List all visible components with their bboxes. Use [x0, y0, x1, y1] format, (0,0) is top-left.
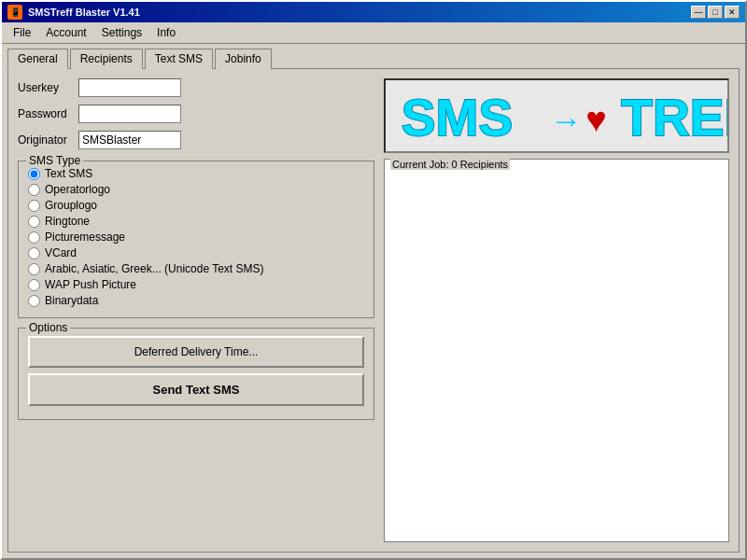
- tab-jobinfo[interactable]: Jobinfo: [215, 49, 272, 69]
- password-input[interactable]: [78, 105, 181, 123]
- radio-picturemessage-label: Picturemessage: [45, 231, 125, 244]
- window-title: SMSTreff Blaster V1.41: [28, 7, 140, 18]
- radio-wap: WAP Push Picture: [28, 278, 364, 291]
- radio-ringtone-input[interactable]: [28, 216, 40, 228]
- svg-text:♥: ♥: [585, 100, 607, 139]
- radio-picturemessage: Picturemessage: [28, 231, 364, 244]
- svg-text:TREFF: TREFF: [621, 89, 727, 147]
- current-job-label: Current Job: 0 Recipients: [390, 159, 510, 170]
- userkey-row: Userkey: [18, 78, 374, 97]
- title-bar-left: 📱 SMSTreff Blaster V1.41: [7, 5, 140, 20]
- deferred-delivery-button[interactable]: Deferred Delivery Time...: [28, 336, 364, 368]
- sms-type-legend: SMS Type: [26, 154, 83, 167]
- radio-ringtone-label: Ringtone: [45, 215, 90, 228]
- svg-text:SMS: SMS: [402, 89, 513, 147]
- menu-bar: File Account Settings Info: [2, 22, 745, 44]
- title-buttons: — □ ✕: [691, 6, 740, 19]
- sms-type-group: SMS Type Text SMS Operatorlogo Grouplogo: [18, 161, 374, 318]
- right-panel: SMS → ♥ TREFF Current Job: 0 Recipients: [384, 78, 729, 542]
- radio-vcard: VCard: [28, 246, 364, 259]
- originator-label: Originator: [18, 133, 78, 147]
- tabs-row: General Recipients Text SMS Jobinfo: [2, 44, 745, 68]
- options-legend: Options: [26, 321, 70, 334]
- close-button[interactable]: ✕: [725, 6, 740, 19]
- originator-input[interactable]: [78, 131, 181, 149]
- send-sms-button[interactable]: Send Text SMS: [28, 373, 364, 406]
- radio-wap-input[interactable]: [28, 279, 40, 291]
- maximize-button[interactable]: □: [708, 6, 723, 19]
- radio-grouplogo: Grouplogo: [28, 199, 364, 212]
- radio-unicode-input[interactable]: [28, 263, 40, 275]
- radio-binarydata-input[interactable]: [28, 295, 40, 307]
- password-row: Password: [18, 105, 374, 123]
- radio-picturemessage-input[interactable]: [28, 231, 40, 244]
- menu-file[interactable]: File: [6, 24, 38, 41]
- content-row: Userkey Password Originator SMS Type: [18, 78, 729, 542]
- logo-area: SMS → ♥ TREFF: [384, 78, 729, 153]
- menu-settings[interactable]: Settings: [94, 24, 149, 41]
- radio-operatorlogo-label: Operatorlogo: [45, 183, 110, 196]
- radio-grouplogo-label: Grouplogo: [45, 199, 97, 212]
- radio-unicode-label: Arabic, Asiatic, Greek... (Unicode Text …: [45, 262, 264, 275]
- tab-text-sms[interactable]: Text SMS: [145, 49, 213, 69]
- tab-general[interactable]: General: [7, 49, 68, 69]
- password-label: Password: [18, 107, 78, 120]
- userkey-label: Userkey: [18, 81, 78, 94]
- main-window: 📱 SMSTreff Blaster V1.41 — □ ✕ File Acco…: [0, 0, 747, 560]
- menu-account[interactable]: Account: [38, 24, 93, 41]
- title-bar: 📱 SMSTreff Blaster V1.41 — □ ✕: [2, 2, 745, 22]
- radio-unicode: Arabic, Asiatic, Greek... (Unicode Text …: [28, 262, 364, 275]
- radio-wap-label: WAP Push Picture: [45, 278, 136, 291]
- radio-binarydata: Binarydata: [28, 294, 364, 307]
- radio-vcard-label: VCard: [45, 246, 77, 259]
- radio-text-sms: Text SMS: [28, 167, 364, 180]
- radio-vcard-input[interactable]: [28, 247, 40, 259]
- radio-text-sms-input[interactable]: [28, 168, 40, 180]
- main-content: Userkey Password Originator SMS Type: [7, 68, 740, 553]
- menu-info[interactable]: Info: [149, 24, 183, 41]
- radio-grouplogo-input[interactable]: [28, 200, 40, 212]
- radio-ringtone: Ringtone: [28, 215, 364, 228]
- radio-operatorlogo: Operatorlogo: [28, 183, 364, 196]
- originator-row: Originator: [18, 131, 374, 149]
- svg-text:→: →: [550, 103, 582, 138]
- userkey-input[interactable]: [78, 78, 181, 97]
- minimize-button[interactable]: —: [691, 6, 706, 19]
- options-group: Options Deferred Delivery Time... Send T…: [18, 328, 374, 420]
- radio-binarydata-label: Binarydata: [45, 294, 98, 307]
- left-panel: Userkey Password Originator SMS Type: [18, 78, 374, 542]
- app-icon: 📱: [7, 5, 22, 20]
- current-job-box: Current Job: 0 Recipients: [384, 159, 729, 542]
- radio-operatorlogo-input[interactable]: [28, 184, 40, 196]
- radio-text-sms-label: Text SMS: [45, 167, 92, 180]
- tab-recipients[interactable]: Recipients: [70, 49, 143, 69]
- logo-svg: SMS → ♥ TREFF: [386, 80, 727, 151]
